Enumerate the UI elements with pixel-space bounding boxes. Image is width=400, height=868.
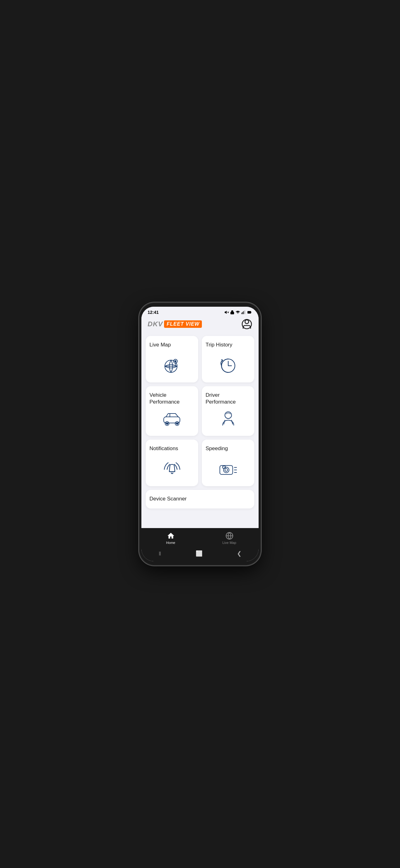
- logo-container: DKV FLEET VIEW: [147, 320, 202, 328]
- vehicle-performance-title: VehiclePerformance: [149, 392, 179, 405]
- device-scanner-title: Device Scanner: [149, 496, 187, 502]
- svg-rect-7: [243, 311, 244, 314]
- nav-item-live-map[interactable]: Live Map: [200, 531, 259, 546]
- status-time: 12:41: [147, 310, 159, 315]
- scroll-content: Live Map: [141, 333, 259, 528]
- mute-icon: [225, 310, 229, 314]
- battery-icon: [247, 310, 253, 314]
- home-nav-icon: [167, 532, 175, 540]
- android-home-btn[interactable]: ⬜: [191, 549, 207, 558]
- live-map-nav-label: Live Map: [222, 541, 236, 545]
- notifications-icon: [149, 458, 194, 480]
- home-nav-label: Home: [166, 541, 175, 545]
- live-map-title: Live Map: [149, 341, 171, 348]
- vehicle-performance-icon: [149, 408, 194, 430]
- menu-card-live-map[interactable]: Live Map: [146, 336, 198, 382]
- driver-performance-icon: [206, 408, 251, 430]
- svg-point-29: [225, 468, 228, 471]
- phone-shell: 12:41 DKV FLEET VIEW: [139, 303, 261, 565]
- svg-rect-27: [220, 466, 233, 475]
- svg-rect-6: [242, 312, 243, 314]
- android-back-btn[interactable]: ❮: [232, 549, 246, 558]
- status-bar: 12:41: [141, 307, 259, 316]
- logo-dkv: DKV: [147, 320, 163, 328]
- speeding-title: Speeding: [206, 445, 228, 452]
- trip-history-title: Trip History: [206, 341, 232, 348]
- android-nav: ⦀ ⬜ ❮: [141, 547, 259, 561]
- profile-icon[interactable]: [241, 318, 253, 330]
- driver-performance-title: DriverPerformance: [206, 392, 236, 405]
- android-recents-btn[interactable]: ⦀: [154, 549, 166, 558]
- phone-screen: 12:41 DKV FLEET VIEW: [141, 307, 259, 561]
- svg-point-18: [174, 361, 176, 362]
- menu-grid: Live Map: [146, 336, 254, 486]
- menu-card-driver-performance[interactable]: DriverPerformance: [202, 386, 254, 436]
- svg-point-12: [245, 320, 249, 324]
- svg-point-13: [242, 319, 252, 329]
- svg-rect-5: [241, 313, 242, 314]
- menu-card-notifications[interactable]: Notifications: [146, 440, 198, 486]
- lock-icon: [230, 310, 234, 314]
- live-map-icon: [149, 354, 194, 377]
- logo-fleet: FLEET VIEW: [164, 320, 202, 328]
- svg-marker-0: [225, 311, 226, 314]
- menu-card-vehicle-performance[interactable]: VehiclePerformance: [146, 386, 198, 436]
- notifications-title: Notifications: [149, 445, 178, 452]
- wifi-icon: [236, 310, 240, 314]
- svg-rect-8: [244, 310, 245, 314]
- trip-history-icon: [206, 354, 251, 377]
- svg-point-24: [176, 423, 178, 424]
- svg-rect-11: [248, 311, 251, 313]
- svg-rect-3: [231, 312, 234, 314]
- nav-item-home[interactable]: Home: [141, 531, 200, 546]
- live-map-nav-icon: [226, 532, 233, 540]
- partial-card-row: Device Scanner: [146, 490, 254, 508]
- menu-card-device-scanner[interactable]: Device Scanner: [146, 490, 254, 508]
- svg-point-22: [166, 423, 168, 424]
- speeding-icon: [206, 458, 251, 480]
- signal-icon: [241, 310, 245, 314]
- bottom-nav: Home Live Map: [141, 528, 259, 547]
- app-header: DKV FLEET VIEW: [141, 316, 259, 333]
- status-icons: [225, 310, 253, 314]
- menu-card-speeding[interactable]: Speeding: [202, 440, 254, 486]
- menu-card-trip-history[interactable]: Trip History: [202, 336, 254, 382]
